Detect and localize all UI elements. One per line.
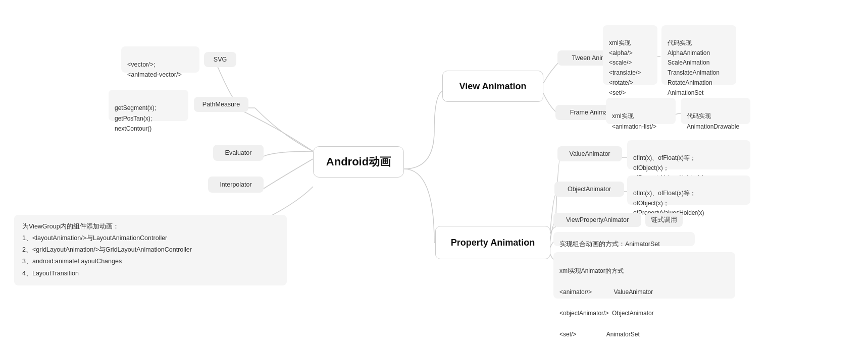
object-animator-label: ObjectAnimator	[554, 182, 624, 197]
tween-code-detail: 代码实现AlphaAnimationScaleAnimationTranslat…	[661, 25, 736, 85]
pathmeasure-detail-node: getSegment(x);getPosTan(x);nextContour()	[109, 90, 188, 121]
object-animator-detail: ofInt(x)、ofFloat(x)等；ofObject(x)；ofPrope…	[627, 176, 750, 205]
view-property-animator-label: ViewPropertyAnimator	[553, 213, 641, 227]
value-animator-detail: ofInt(x)、ofFloat(x)等；ofObject(x)；ofPrope…	[627, 140, 750, 169]
tween-xml-detail: xml实现<alpha/><scale/><translate/><rotate…	[603, 25, 657, 85]
frame-xml-detail: xml实现<animation-list/>	[606, 98, 676, 124]
layout-animation-block: 为ViewGroup内的组件添加动画： 1、<layoutAnimation/>…	[14, 215, 287, 285]
center-node: Android动画	[313, 146, 404, 178]
interpolator-node: Interpolator	[208, 177, 264, 193]
property-animation-node: Property Animation	[435, 226, 550, 259]
svg-label-node: SVG	[204, 52, 236, 67]
chain-call-label: 链式调用	[645, 213, 683, 227]
animator-set-combo: 实现组合动画的方式：AnimatorSet	[553, 232, 695, 246]
svg-detail-node: <vector/>;<animated-vector/>	[121, 46, 199, 73]
value-animator-label: ValueAnimator	[557, 146, 622, 161]
xml-animator-block: xml实现Animator的方式 <animator/> ValueAnimat…	[553, 252, 735, 299]
pathmeasure-label-node: PathMeasure	[194, 97, 248, 112]
view-animation-node: View Animation	[442, 71, 543, 102]
evaluator-node: Evaluator	[213, 145, 264, 161]
frame-code-detail: 代码实现AnimationDrawable	[681, 98, 750, 124]
mind-map-canvas: Android动画 <vector/>;<animated-vector/> S…	[0, 0, 868, 351]
